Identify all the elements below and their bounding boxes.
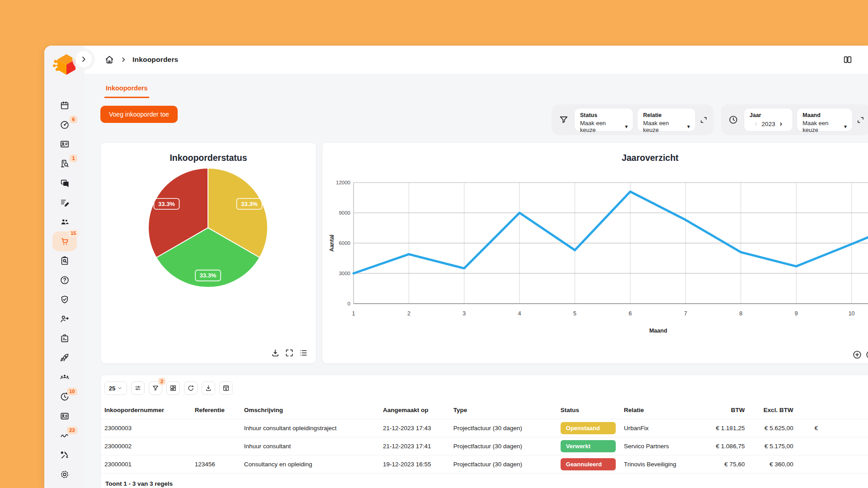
column-header[interactable] <box>793 402 868 419</box>
status-filter-dropdown[interactable]: Status Maak een keuze▾ <box>574 108 633 131</box>
column-header[interactable]: Status <box>561 402 624 419</box>
orders-table-card: 252 InkoopordernummerReferentieOmschrijv… <box>100 375 868 488</box>
table-row[interactable]: 23000003Inhuur consultant opleidingstraj… <box>101 419 868 437</box>
sidebar-item-calendar[interactable] <box>58 100 71 110</box>
zoom-in-icon[interactable] <box>852 350 862 360</box>
sidebar-item-clipboard-search[interactable] <box>58 256 71 266</box>
status-badge: Verwerkt <box>561 440 616 452</box>
svg-text:33.3%: 33.3% <box>241 201 258 207</box>
cell-clipped <box>793 455 868 474</box>
clock-icon <box>728 115 738 125</box>
sidebar-item-user-arrow[interactable] <box>58 314 71 324</box>
sliders-button[interactable] <box>131 381 145 395</box>
column-header[interactable]: Type <box>453 402 561 419</box>
home-icon[interactable] <box>104 55 114 65</box>
line-chart-card: Jaaroverzicht 03000600090001200012345678… <box>322 142 868 364</box>
notification-badge: 23 <box>67 427 77 434</box>
chat-icon <box>60 178 70 188</box>
column-header[interactable]: BTW <box>707 402 745 419</box>
svg-text:33.3%: 33.3% <box>158 201 175 207</box>
sidebar-item-list-edit[interactable] <box>58 197 71 207</box>
grid-button[interactable] <box>166 381 180 395</box>
svg-text:2: 2 <box>407 310 410 317</box>
list-edit-icon <box>60 197 70 207</box>
status-filter-value: Maak een keuze <box>580 120 621 133</box>
sidebar-item-trend[interactable]: 23 <box>58 431 71 441</box>
cell-excl_btw: € 5.175,00 <box>745 437 793 455</box>
column-header[interactable]: Omschrijving <box>244 402 383 419</box>
sidebar-item-rocket[interactable] <box>58 353 71 363</box>
sidebar-item-users-three[interactable] <box>58 372 71 382</box>
box-download-button[interactable] <box>219 381 233 395</box>
download-icon[interactable] <box>271 348 280 357</box>
column-header[interactable]: Aangemaakt op <box>383 402 453 419</box>
column-header[interactable]: Referentie <box>195 402 244 419</box>
cell-nummer: 23000003 <box>101 419 195 437</box>
sidebar-item-badge-id[interactable] <box>58 333 71 343</box>
data-list-icon[interactable] <box>299 348 308 357</box>
sidebar-item-tools[interactable] <box>58 450 71 460</box>
fullscreen-icon[interactable] <box>285 348 294 357</box>
column-header[interactable]: Inkoopordernummer <box>101 402 195 419</box>
zoom-out-icon[interactable] <box>865 350 868 360</box>
sidebar-item-help-circle[interactable] <box>58 275 71 285</box>
cell-status: Openstaand <box>561 419 624 437</box>
year-next-icon[interactable]: › <box>780 120 782 128</box>
cell-btw: € 75,60 <box>707 455 745 474</box>
users-three-icon <box>60 372 70 382</box>
breadcrumb-separator-icon <box>120 56 127 63</box>
table-row[interactable]: 23000002Inhuur consultant21-12-2023 17:4… <box>101 437 868 455</box>
column-header[interactable]: Relatie <box>624 402 707 419</box>
svg-text:9000: 9000 <box>339 210 350 216</box>
table-row[interactable]: 23000001123456Consultancy en opleiding19… <box>101 455 868 474</box>
sliders-icon <box>134 385 142 392</box>
download-icon <box>205 385 212 392</box>
expand-corners-icon[interactable] <box>856 116 865 124</box>
sidebar-item-shield-check[interactable] <box>58 295 71 305</box>
rocket-icon <box>60 353 70 363</box>
relatie-filter-dropdown[interactable]: Relatie Maak een keuze▾ <box>637 108 696 131</box>
sidebar-item-building-search[interactable]: 1 <box>58 159 71 169</box>
cell-status: Verwerkt <box>561 437 624 455</box>
x-axis-label: Maand <box>649 328 667 334</box>
jaar-filter-label: Jaar <box>750 112 787 118</box>
jaar-filter[interactable]: Jaar ‹ 2023 › <box>744 108 793 131</box>
add-inkooporder-button[interactable]: Voeg inkooporder toe <box>100 106 178 123</box>
sidebar-item-cart[interactable]: 15 <box>52 231 77 251</box>
cart-icon <box>60 236 70 246</box>
year-prev-icon[interactable]: ‹ <box>755 120 757 128</box>
funnel-button[interactable]: 2 <box>149 381 162 395</box>
tab-bar: Inkooporders <box>85 74 868 98</box>
cell-relatie: Trinovis Beveiliging <box>624 455 707 474</box>
sidebar-item-gauge[interactable]: 6 <box>58 120 71 130</box>
expand-corners-icon[interactable] <box>699 116 708 124</box>
svg-text:5: 5 <box>573 310 576 317</box>
orders-table: InkoopordernummerReferentieOmschrijvingA… <box>101 402 868 473</box>
app-header: Inkooporders <box>85 46 868 74</box>
cell-btw: € 1.181,25 <box>707 419 745 437</box>
sidebar-item-users[interactable] <box>58 217 71 227</box>
main-area: Inkooporders Inkooporders Voeg inkoopord… <box>85 46 868 488</box>
download-button[interactable] <box>202 381 215 395</box>
refresh-button[interactable] <box>184 381 198 395</box>
tab-inkooporders[interactable]: Inkooporders <box>104 84 149 98</box>
svg-text:33.3%: 33.3% <box>200 272 217 279</box>
cell-type: Projectfactuur (30 dagen) <box>453 419 561 437</box>
sidebar-collapse-button[interactable] <box>75 51 92 67</box>
sidebar-item-contact-card[interactable] <box>58 411 71 421</box>
gear-icon <box>60 469 70 479</box>
cell-omschrijving: Inhuur consultant <box>244 437 383 455</box>
sidebar-item-id-card[interactable] <box>58 139 71 149</box>
pie-chart-card: Inkooporderstatus 33.3% 33.3% 33.3% <box>100 142 316 364</box>
notification-badge: 6 <box>70 116 77 123</box>
sidebar-item-gear[interactable] <box>58 469 71 479</box>
split-view-icon[interactable] <box>843 55 853 65</box>
sidebar-item-chat[interactable] <box>58 178 71 188</box>
cell-relatie: UrbanFix <box>624 419 707 437</box>
page-size-select[interactable]: 25 <box>104 381 127 395</box>
notification-badge: 1 <box>70 155 77 162</box>
column-header[interactable]: Excl. BTW <box>745 402 793 419</box>
sidebar-item-history-clock[interactable]: 10 <box>58 392 71 402</box>
svg-text:7: 7 <box>684 310 687 317</box>
maand-filter-dropdown[interactable]: Maand Maak een keuze▾ <box>797 108 853 131</box>
